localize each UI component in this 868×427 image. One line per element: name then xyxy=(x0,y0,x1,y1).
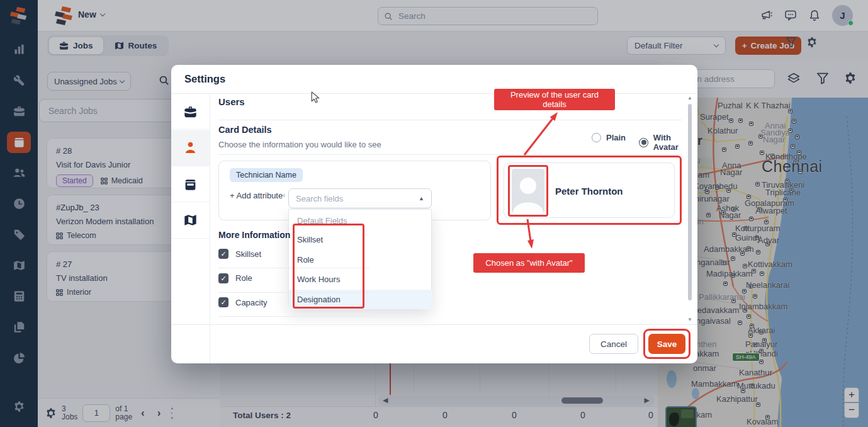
dropdown-group-label: Default Fields xyxy=(297,216,347,225)
divider xyxy=(218,292,369,293)
person-icon xyxy=(184,141,197,154)
card-details-subheading: Choose the information you would like to… xyxy=(218,140,381,149)
settings-nav-calendar[interactable] xyxy=(171,166,210,202)
divider xyxy=(218,154,682,155)
scroll-down-icon[interactable]: ▼ xyxy=(687,317,692,322)
chevron-up-icon: ▲ xyxy=(419,195,424,202)
checkbox-checked-icon[interactable]: ✓ xyxy=(218,273,228,283)
checkbox-label: Capacity xyxy=(235,298,268,307)
divider xyxy=(218,120,682,120)
checkbox-row-capacity[interactable]: ✓Capacity xyxy=(218,297,268,307)
settings-nav-rail xyxy=(171,94,210,363)
divider xyxy=(171,324,697,325)
checkbox-label: Role xyxy=(235,273,252,283)
checkbox-row-role[interactable]: ✓Role xyxy=(218,273,252,283)
mouse-cursor xyxy=(311,91,320,105)
annotation-preview-label: Preview of the user card details xyxy=(494,89,615,110)
checkbox-checked-icon[interactable]: ✓ xyxy=(218,249,228,259)
dropdown-option[interactable]: Work Hours xyxy=(289,270,432,289)
cancel-button[interactable]: Cancel xyxy=(589,334,638,354)
card-details-heading: Card Details xyxy=(218,125,272,135)
popover-notch: ‹ xyxy=(283,190,285,200)
section-heading-users: Users xyxy=(218,96,245,107)
add-attribute-button[interactable]: + Add attribute xyxy=(230,191,283,200)
modal-scrollbar[interactable]: ▲ ▼ xyxy=(687,95,692,322)
briefcase-icon xyxy=(184,105,197,118)
save-button[interactable]: Save xyxy=(648,334,685,354)
dropdown-option[interactable]: Skillset xyxy=(289,230,432,249)
more-information-heading: More Information xyxy=(218,230,290,240)
checkbox-row-skillset[interactable]: ✓Skillset xyxy=(218,249,261,259)
settings-nav-briefcase[interactable] xyxy=(171,94,210,130)
divider xyxy=(218,316,369,317)
radio-plain[interactable]: Plain xyxy=(592,133,626,142)
dropdown-option[interactable]: Role xyxy=(289,250,432,270)
divider xyxy=(171,93,697,94)
radio-plain-label: Plain xyxy=(606,133,626,142)
map-icon xyxy=(184,214,197,227)
fields-dropdown: Default Fields SkillsetRoleWork HoursDes… xyxy=(288,209,432,309)
field-chip-technician-name[interactable]: Technician Name xyxy=(230,168,303,182)
settings-nav-person[interactable] xyxy=(171,130,210,166)
radio-circle-icon[interactable] xyxy=(592,133,601,142)
calendar-icon xyxy=(184,178,197,191)
app-root: New J Jobs Routes xyxy=(0,0,868,427)
annotation-highlight-avatar xyxy=(508,165,548,217)
scrollbar-thumb[interactable] xyxy=(688,104,692,300)
checkbox-label: Skillset xyxy=(235,249,261,259)
annotation-avatar-label: Chosen as "with Avatar" xyxy=(473,253,585,273)
settings-modal: Settings Users Card Details Choose the i… xyxy=(171,65,697,363)
settings-nav-map[interactable] xyxy=(171,203,210,239)
checkbox-checked-icon[interactable]: ✓ xyxy=(218,297,228,307)
search-fields-placeholder: Search fields xyxy=(296,194,343,203)
scroll-up-icon[interactable]: ▲ xyxy=(687,95,692,101)
radio-selected-icon[interactable] xyxy=(639,138,648,147)
preview-user-name: Peter Thornton xyxy=(555,186,623,196)
search-fields-select[interactable]: Search fields ▲ xyxy=(288,188,432,208)
modal-title: Settings xyxy=(184,73,225,85)
divider xyxy=(218,268,369,268)
